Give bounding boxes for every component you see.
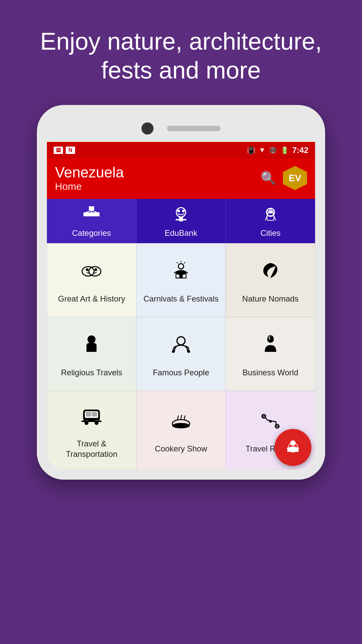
speaker xyxy=(167,126,221,131)
svg-point-55 xyxy=(287,447,289,449)
cities-icon xyxy=(262,206,279,226)
camera xyxy=(141,122,154,135)
battery-icon: 🔋 xyxy=(281,146,289,154)
category-cookery[interactable]: Cookery Show xyxy=(136,391,226,470)
clock: 7:42 xyxy=(292,146,308,155)
art-label: Great Art & History xyxy=(58,293,125,304)
nature-icon xyxy=(259,260,282,287)
cookery-label: Cookery Show xyxy=(155,443,207,454)
signal-icon: 📵 xyxy=(269,146,277,154)
cookery-icon xyxy=(169,410,193,437)
logo-badge: EV xyxy=(283,166,307,190)
svg-text:B: B xyxy=(276,425,279,428)
svg-line-26 xyxy=(184,262,185,263)
categories-grid: Great Art & History Carnivals & F xyxy=(47,243,315,470)
business-label: Business World xyxy=(243,367,298,378)
svg-point-29 xyxy=(176,271,186,275)
svg-rect-2 xyxy=(94,212,100,216)
status-right: 📳 ▼ 📵 🔋 7:42 xyxy=(247,146,308,155)
category-business[interactable]: $ Business World xyxy=(226,317,315,391)
status-bar: 🖼 N 📳 ▼ 📵 🔋 7:42 xyxy=(47,142,315,159)
wifi-icon: ▼ xyxy=(259,146,265,154)
phone-top-bar xyxy=(47,115,315,142)
tab-edubank[interactable]: EduBank xyxy=(136,199,226,243)
svg-rect-47 xyxy=(172,425,190,427)
svg-rect-0 xyxy=(89,206,94,210)
carnival-label: Carnivals & Festivals xyxy=(143,293,219,304)
transport-label: Travel & Transportation xyxy=(54,438,129,459)
svg-text:$: $ xyxy=(268,336,270,340)
tab-categories-label: Categories xyxy=(72,228,111,238)
tab-bar: Categories EduBank xyxy=(47,199,315,243)
svg-line-6 xyxy=(92,210,97,212)
tab-cities-label: Cities xyxy=(260,228,281,238)
transport-icon xyxy=(80,405,103,432)
n-icon: N xyxy=(66,147,75,154)
category-carnival[interactable]: Carnivals & Festivals xyxy=(136,243,226,317)
svg-point-10 xyxy=(178,210,179,212)
svg-line-4 xyxy=(86,210,92,212)
svg-point-21 xyxy=(89,267,101,276)
svg-rect-41 xyxy=(92,412,97,417)
svg-rect-3 xyxy=(89,212,94,216)
category-religious[interactable]: Religious Travels xyxy=(47,317,136,391)
nature-label: Nature Nomads xyxy=(242,293,299,304)
famous-icon xyxy=(169,333,193,361)
svg-rect-44 xyxy=(81,421,102,422)
edubank-icon xyxy=(172,206,190,226)
svg-point-24 xyxy=(178,264,184,269)
tab-edubank-label: EduBank xyxy=(165,228,197,238)
svg-text:A: A xyxy=(263,415,265,418)
carnival-icon xyxy=(169,260,193,287)
svg-line-27 xyxy=(177,262,178,263)
svg-point-34 xyxy=(187,350,190,353)
svg-point-56 xyxy=(297,447,299,449)
religious-label: Religious Travels xyxy=(61,367,122,378)
app-title: Venezuela xyxy=(55,164,124,181)
business-icon: $ xyxy=(259,333,282,361)
svg-rect-1 xyxy=(83,212,89,216)
svg-rect-40 xyxy=(86,412,91,417)
svg-point-7 xyxy=(176,208,186,217)
app-bar: Venezuela Home 🔍 EV xyxy=(47,159,315,199)
svg-point-22 xyxy=(86,268,88,271)
phone-device: 🖼 N 📳 ▼ 📵 🔋 7:42 Venezuela Home 🔍 EV xyxy=(37,105,325,480)
network-icon: A B xyxy=(259,410,282,437)
svg-point-23 xyxy=(95,268,97,271)
svg-point-18 xyxy=(269,211,272,214)
fab-button[interactable] xyxy=(275,429,311,466)
tab-categories[interactable]: Categories xyxy=(47,199,136,243)
religious-icon xyxy=(80,333,103,361)
categories-icon xyxy=(83,206,100,226)
svg-point-32 xyxy=(177,337,185,345)
art-icon xyxy=(80,260,103,287)
search-icon[interactable]: 🔍 xyxy=(260,171,276,185)
app-bar-actions: 🔍 EV xyxy=(260,166,307,190)
category-famous[interactable]: Famous People xyxy=(136,317,226,391)
tab-cities[interactable]: Cities xyxy=(226,199,315,243)
image-icon: 🖼 xyxy=(54,147,63,154)
svg-point-52 xyxy=(269,420,272,423)
status-left: 🖼 N xyxy=(54,147,75,154)
phone-screen: 🖼 N 📳 ▼ 📵 🔋 7:42 Venezuela Home 🔍 EV xyxy=(47,115,315,470)
svg-point-33 xyxy=(172,350,175,353)
category-art[interactable]: Great Art & History xyxy=(47,243,136,317)
svg-point-31 xyxy=(89,336,94,343)
app-bar-title-group: Venezuela Home xyxy=(55,164,124,192)
svg-point-11 xyxy=(183,210,184,212)
category-nature[interactable]: Nature Nomads xyxy=(226,243,315,317)
svg-point-20 xyxy=(82,267,94,276)
category-transport[interactable]: Travel & Transportation xyxy=(47,391,136,470)
vibrate-icon: 📳 xyxy=(247,146,255,154)
svg-rect-13 xyxy=(176,219,186,220)
famous-label: Famous People xyxy=(153,367,209,378)
app-subtitle: Home xyxy=(55,181,124,192)
category-network[interactable]: A B Travel Routes xyxy=(226,391,315,470)
hero-text: Enjoy nature, architecture, fests and mo… xyxy=(0,0,362,105)
